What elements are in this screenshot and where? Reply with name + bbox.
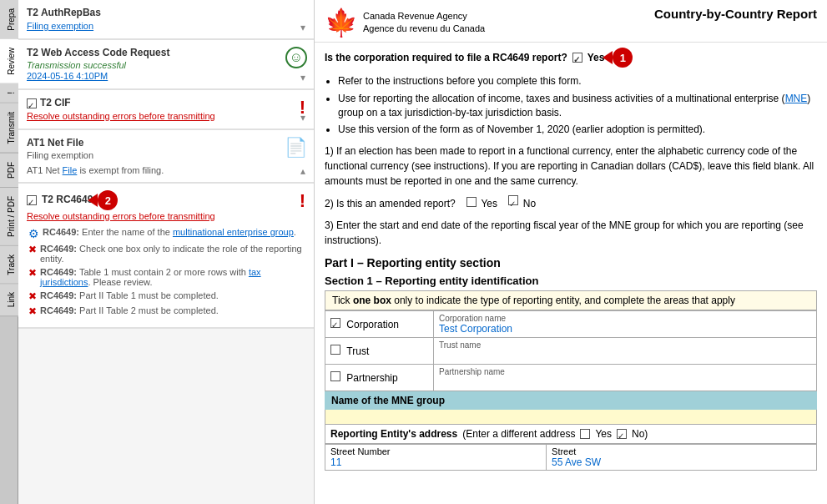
table-notice: Tick one box only to indicate the type o… (325, 290, 817, 310)
trust-name-cell: Trust name (434, 338, 817, 365)
rc4649-errors-list: ⚙ RC4649: Enter the name of the multinat… (27, 227, 305, 317)
sidebar-tab-review[interactable]: Review (0, 39, 18, 84)
agency-text: Canada Revenue Agency Agence du revenu d… (363, 10, 485, 36)
rc4649-checkbox[interactable] (27, 195, 37, 205)
error-text-1: RC4649: Enter the name of the multinatio… (43, 227, 296, 237)
error-item-4: ✖ RC4649: Part II Table 1 must be comple… (28, 290, 305, 302)
corporation-checkbox[interactable] (330, 318, 340, 328)
address-no-label: No) (632, 428, 648, 440)
at1-title: AT1 Net File (27, 137, 83, 149)
corporation-name-label: Corporation name (439, 314, 811, 323)
panel-item-at1: AT1 Net File Filing exemption 📄 ▴ AT1 Ne… (18, 130, 314, 184)
trust-name-label: Trust name (439, 340, 811, 350)
amended-yes-group: Yes (466, 198, 500, 209)
panel-item-filing-exemption: T2 AuthRepBas Filing exemption ▾ (18, 0, 314, 40)
street-row: Street Number 11 Street 55 Ave SW (325, 445, 817, 471)
web-access-timestamp[interactable]: 2024-05-16 4:10PM (27, 71, 108, 81)
rc4649-error-link[interactable]: Resolve outstanding errors before transm… (27, 211, 215, 221)
bullet3: Use this version of the form as of Novem… (338, 123, 817, 137)
amended-no-checkbox[interactable] (508, 195, 518, 205)
filing-link[interactable]: Filing exemption (27, 21, 93, 31)
error-text-2: RC4649: Check one box only to indicate t… (40, 244, 305, 264)
street-value[interactable]: 55 Ave SW (552, 456, 811, 468)
sidebar-tab-print[interactable]: Print / PDF (0, 188, 18, 246)
numbered-item-3: 3) Enter the start and end date of the r… (325, 218, 817, 248)
corporation-name-value[interactable]: Test Corporation (439, 323, 811, 335)
bullet2: Use for reporting the allocation of inco… (338, 92, 817, 120)
success-icon: ☺ (285, 47, 307, 68)
error-item-3: ✖ RC4649: Table 1 must contain 2 or more… (28, 267, 305, 287)
q1-arrow-badge: 1 (613, 48, 633, 68)
agency-fr: Agence du revenu du Canada (363, 23, 485, 35)
part1-header: Part I – Reporting entity section (325, 256, 817, 270)
chevron-up-icon: ▴ (300, 165, 305, 177)
web-access-title: T2 Web Access Code Request (27, 47, 305, 58)
corporation-label: Corporation (325, 311, 434, 338)
table-row-partnership: Partnership Partnership name (325, 365, 817, 391)
panel-item-t2-cif: T2 CIF Resolve outstanding errors before… (18, 90, 314, 130)
maple-leaf-icon: 🍁 (325, 7, 358, 38)
yes-checkbox[interactable] (572, 53, 582, 63)
t2-cif-checkbox[interactable] (27, 98, 37, 108)
sidebar-nav: Prepa Review ! Transmit PDF Print / PDF … (0, 0, 18, 504)
partnership-name-cell: Partnership name (434, 365, 817, 391)
amended-no-group: No (508, 198, 536, 209)
address-label: Reporting Entity's address (330, 428, 457, 440)
partnership-name-label: Partnership name (439, 367, 811, 376)
x-icon-3: ✖ (28, 267, 37, 279)
address-yes-checkbox[interactable] (580, 429, 590, 439)
address-no-checkbox[interactable] (617, 429, 627, 439)
at1-subtitle: Filing exemption (27, 150, 305, 160)
left-panel: T2 AuthRepBas Filing exemption ▾ T2 Web … (18, 0, 315, 504)
web-access-status: Transmission successful (27, 60, 305, 70)
agency-en: Canada Revenue Agency (363, 10, 485, 23)
error-item-5: ✖ RC4649: Part II Table 2 must be comple… (28, 305, 305, 317)
sidebar-tab-pdf[interactable]: PDF (0, 154, 18, 188)
numbered-item-1: 1) If an election has been made to repor… (325, 144, 817, 189)
trust-checkbox[interactable] (330, 345, 340, 355)
t2-cif-title: T2 CIF (40, 97, 71, 108)
sidebar-tab-transmit[interactable]: Transmit (0, 103, 18, 154)
table-row-trust: Trust Trust name (325, 338, 817, 365)
at1-exempt-text: AT1 Net File is exempt from filing. (27, 165, 305, 175)
question1-text: Is the corporation required to file a RC… (325, 52, 567, 63)
error-text-3: RC4649: Table 1 must contain 2 or more r… (40, 267, 305, 287)
sidebar-tab-alert[interactable]: ! (0, 83, 18, 103)
street-number-cell: Street Number 11 (325, 445, 547, 471)
at1-exempt-link[interactable]: File (63, 165, 78, 175)
sidebar-tab-prepa[interactable]: Prepa (0, 0, 18, 39)
yes-label: Yes (587, 52, 605, 63)
canada-logo: 🍁 Canada Revenue Agency Agence du revenu… (325, 7, 485, 38)
question1-line: Is the corporation required to file a RC… (325, 48, 817, 68)
street-number-value[interactable]: 11 (330, 456, 541, 468)
table-row-corporation: Corporation Corporation name Test Corpor… (325, 311, 817, 338)
document-icon: 📄 (285, 137, 307, 159)
rc4649-badge: 2 (98, 190, 118, 210)
form-body: Is the corporation required to file a RC… (315, 43, 827, 476)
chevron-down-icon: ▾ (300, 112, 305, 123)
sidebar-tab-track[interactable]: Track (0, 246, 18, 285)
numbered-item-2: 2) Is this an amended report? Yes No (325, 195, 817, 211)
error-text-4: RC4649: Part II Table 1 must be complete… (40, 290, 219, 300)
error-link-1[interactable]: multinational enterprise group (173, 227, 294, 237)
filing-title: T2 AuthRepBas (27, 7, 305, 18)
right-panel: 🍁 Canada Revenue Agency Agence du revenu… (315, 0, 827, 504)
x-icon-2: ✖ (28, 244, 37, 255)
mne-link[interactable]: MNE (785, 93, 808, 104)
x-icon-4: ✖ (28, 290, 37, 302)
mne-group-input-row[interactable] (325, 410, 817, 425)
partnership-name-value[interactable] (439, 376, 811, 388)
street-table: Street Number 11 Street 55 Ave SW (325, 444, 817, 471)
entity-table: Corporation Corporation name Test Corpor… (325, 310, 817, 391)
x-icon-5: ✖ (28, 305, 37, 317)
form-header: 🍁 Canada Revenue Agency Agence du revenu… (315, 0, 827, 43)
panel-item-web-access: T2 Web Access Code Request Transmission … (18, 40, 314, 90)
trust-name-value[interactable] (439, 350, 811, 361)
mne-group-row: Name of the MNE group (325, 391, 817, 410)
t2-cif-error[interactable]: Resolve outstanding errors before transm… (27, 111, 215, 121)
at1-exempt-suffix: is exempt from filing. (77, 165, 164, 175)
amended-yes-checkbox[interactable] (466, 197, 477, 207)
info-icon: ⚙ (28, 227, 39, 240)
sidebar-tab-link[interactable]: Link (0, 284, 18, 316)
partnership-checkbox[interactable] (330, 371, 340, 381)
